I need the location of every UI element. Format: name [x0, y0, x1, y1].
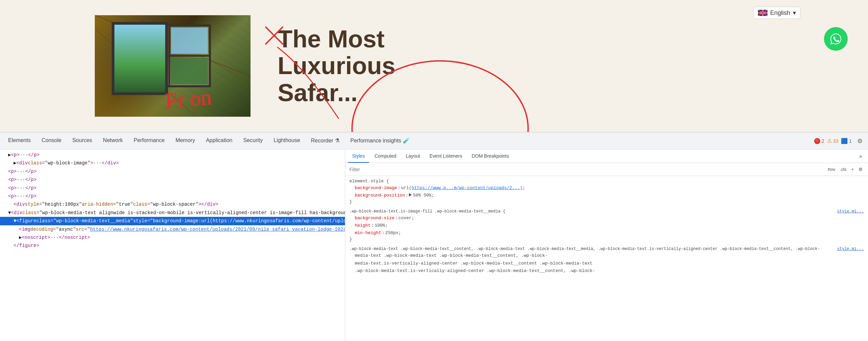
- html-line-4[interactable]: <p> ··· </p>: [0, 176, 345, 184]
- svg-rect-9: [171, 58, 208, 84]
- html-line-10[interactable]: <img decoding="async" src="https://www.n…: [0, 225, 345, 233]
- html-line-3[interactable]: <p> ··· </p>: [0, 167, 345, 176]
- info-badge[interactable]: 🟦 1: [841, 138, 852, 144]
- html-line-7[interactable]: <div style="height:100px" aria-hidden="t…: [0, 200, 345, 208]
- tab-elements[interactable]: Elements: [3, 133, 36, 149]
- css-prop-complex-1: media-text .wp-block-media-text .wp-bloc…: [349, 252, 864, 259]
- tab-lighthouse[interactable]: Lighthouse: [268, 133, 305, 149]
- svg-rect-7: [171, 27, 208, 54]
- tab-styles[interactable]: Styles: [348, 150, 369, 163]
- html-line-8[interactable]: ▼ <div class="wp-block-media-text alignw…: [0, 209, 345, 217]
- styles-panel: Styles Computed Layout Event Listeners D…: [345, 150, 868, 341]
- css-prop-min-height[interactable]: min-height : 250px;: [349, 229, 864, 237]
- styles-tabs: Styles Computed Layout Event Listeners D…: [345, 150, 868, 163]
- html-line-12[interactable]: </figure>: [0, 242, 345, 250]
- css-selector-element-style: element.style {: [349, 179, 864, 184]
- tab-dom-breakpoints[interactable]: DOM Breakpoints: [468, 150, 513, 163]
- html-line-2[interactable]: ▶ <div class="wp-block-image" > ··· </di…: [0, 159, 345, 167]
- html-line-11[interactable]: ▶ <noscript> ··· </noscript>: [0, 233, 345, 242]
- page-image: [95, 15, 251, 117]
- css-prop-complex-2: media-text.is-vertically-aligned-center …: [349, 260, 864, 267]
- html-line-5[interactable]: <p> ··· </p>: [0, 184, 345, 192]
- css-selector-wp-media-text: .wp-block-media-text.is-image-fill .wp-b…: [349, 209, 864, 214]
- hov-button[interactable]: :hov: [825, 166, 837, 173]
- svg-rect-6: [131, 27, 168, 54]
- svg-rect-8: [131, 58, 168, 84]
- html-line-6[interactable]: <p> ··· </p>: [0, 192, 345, 200]
- add-style-rule-button[interactable]: +: [850, 166, 855, 173]
- css-close-brace-1: }: [349, 199, 864, 204]
- devtools-toolbar: Elements Console Sources Network Perform…: [0, 133, 868, 150]
- cls-button[interactable]: .cls: [839, 166, 848, 173]
- page-preview: The Most Luxurious Safar... English ▾ Fr: [0, 0, 868, 132]
- tab-performance-insights[interactable]: Performance insights 🧪: [345, 133, 415, 149]
- heading-line2: Luxurious: [278, 52, 868, 79]
- styles-overflow-button[interactable]: »: [856, 152, 865, 161]
- tab-security[interactable]: Security: [238, 133, 268, 149]
- tab-application[interactable]: Application: [200, 133, 238, 149]
- tab-console[interactable]: Console: [36, 133, 67, 149]
- window-svg: [95, 15, 251, 117]
- tab-network[interactable]: Network: [97, 133, 128, 149]
- css-prop-height[interactable]: height : 100%;: [349, 222, 864, 229]
- css-prop-bg-image[interactable]: background-image : url( https://www.p...…: [349, 184, 864, 192]
- language-selector[interactable]: English ▾: [754, 7, 800, 19]
- filter-actions: :hov .cls + ⚙: [825, 166, 864, 173]
- tab-recorder[interactable]: Recorder ⚗: [306, 133, 345, 149]
- toolbar-badges: 🔴 2 ⚠ 33 🟦 1 ⚙: [814, 136, 865, 146]
- tab-memory[interactable]: Memory: [170, 133, 200, 149]
- css-rule-element-style: element.style { background-image : url( …: [349, 179, 864, 204]
- devtools-content: ▶ <p> ··· </p> ▶ <div class="wp-block-im…: [0, 150, 868, 341]
- html-panel[interactable]: ▶ <p> ··· </p> ▶ <div class="wp-block-im…: [0, 150, 345, 341]
- css-selector-complex: .wp-block-media-text .wp-block-media-tex…: [349, 247, 864, 251]
- css-close-brace-2: }: [349, 237, 864, 242]
- error-dot: 🔴: [814, 138, 820, 144]
- svg-rect-18: [758, 13, 767, 13]
- error-count: 2: [822, 138, 824, 144]
- page-text: The Most Luxurious Safar...: [278, 26, 868, 106]
- error-badge[interactable]: 🔴 2: [814, 138, 824, 144]
- warning-badge[interactable]: ⚠ 33: [827, 138, 839, 144]
- info-icon: 🟦: [841, 138, 848, 144]
- tab-event-listeners[interactable]: Event Listeners: [426, 150, 466, 163]
- computed-settings-icon[interactable]: ⚙: [857, 166, 864, 173]
- tab-performance[interactable]: Performance: [128, 133, 170, 149]
- tab-layout[interactable]: Layout: [402, 150, 424, 163]
- filter-bar: :hov .cls + ⚙: [345, 163, 868, 176]
- css-prop-bg-size[interactable]: background-size : cover;: [349, 214, 864, 222]
- warning-count: 33: [833, 138, 839, 144]
- whatsapp-button[interactable]: [824, 27, 848, 51]
- warning-icon: ⚠: [827, 138, 832, 144]
- chevron-down-icon: ▾: [793, 9, 796, 17]
- html-line-1[interactable]: ▶ <p> ··· </p>: [0, 151, 345, 159]
- filter-input[interactable]: [349, 167, 823, 172]
- whatsapp-icon: [829, 32, 842, 45]
- language-label: English: [770, 9, 790, 17]
- html-line-9[interactable]: ▼ <figure class="wp-block-media-text__me…: [0, 217, 345, 225]
- tab-sources[interactable]: Sources: [67, 133, 97, 149]
- flag-icon: [758, 10, 767, 16]
- css-prop-complex-3: .wp-block-media-text.is-vertically-align…: [349, 267, 864, 275]
- heading-line3: Safar...: [278, 79, 868, 106]
- css-rule-complex: .wp-block-media-text .wp-block-media-tex…: [349, 247, 864, 274]
- heading-line1: The Most: [278, 26, 868, 52]
- info-count: 1: [849, 138, 852, 144]
- settings-button[interactable]: ⚙: [854, 136, 865, 146]
- css-panel: element.style { background-image : url( …: [345, 176, 868, 341]
- tab-computed[interactable]: Computed: [370, 150, 400, 163]
- devtools-panel: Elements Console Sources Network Perform…: [0, 132, 868, 341]
- css-prop-bg-position[interactable]: background-position : 50% 50%;: [349, 192, 864, 199]
- css-rule-wp-media-text: .wp-block-media-text.is-image-fill .wp-b…: [349, 209, 864, 242]
